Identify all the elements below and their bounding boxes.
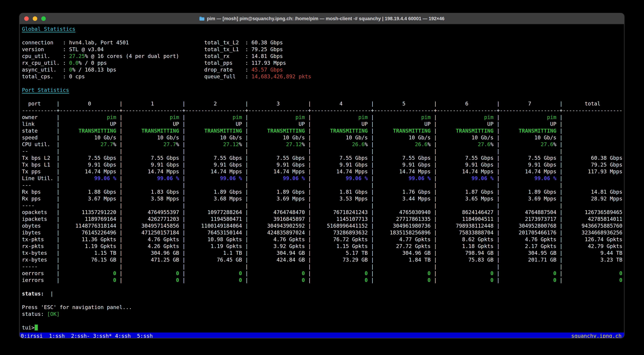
global-stat-line: total_cps. : 0 cps queue_full : 14,683,4… xyxy=(22,73,622,80)
port-row-rx-bytes: rx-bytes | 76.15 GB | 471.25 GB | 76.45 … xyxy=(22,256,622,263)
port-row-rx-pkts: rx-pkts | 1.19 Gpkts | 4.26 Gpkts | 1.19… xyxy=(22,243,622,250)
status-ok-line: status: [OK] xyxy=(22,310,622,318)
terminal[interactable]: Global Statisticsconnection : hvn4.lab, … xyxy=(20,24,624,338)
folder-icon xyxy=(199,16,205,21)
port-row-rx-bps: Rx bps | 1.88 Gbps | 1.83 Gbps | 1.89 Gb… xyxy=(22,188,622,195)
port-row-oerrors: oerrors | 0 | 0 | 0 | 0 | 0 | 0 | 0 | 0 … xyxy=(22,270,622,277)
port-row-ipackets: ipackets | 1189769164 | 4262771203 | 119… xyxy=(22,216,622,222)
port-row-ibytes: ibytes | 76145226496 | 471250157184 | 76… xyxy=(22,229,622,236)
port-statistics-heading: Port Statistics xyxy=(22,87,622,94)
port-row-speed: speed | 10 Gb/s | 10 Gb/s | 10 Gb/s | 10… xyxy=(22,134,622,141)
port-row-rx-pps: Rx pps | 3.67 Mpps | 3.58 Mpps | 3.68 Mp… xyxy=(22,195,622,202)
blank-line xyxy=(22,94,622,100)
press-esc-hint: Press 'ESC' for navigation panel... xyxy=(22,304,622,310)
command-prompt-line[interactable]: tui> xyxy=(22,324,622,331)
port-row-tx-pkts: tx-pkts | 11.36 Gpkts | 4.76 Gpkts | 10.… xyxy=(22,236,622,243)
port-row-tx-bytes: tx-bytes | 1.15 TB | 304.96 GB | 1.1 TB … xyxy=(22,250,622,256)
port-row-cpu-util-: CPU util. | 27.7% | 27.7% | 27.12% | 27.… xyxy=(22,141,622,148)
global-stat-line: rx_cpu_util. : 0.0% / 0 pps total_pps : … xyxy=(22,60,622,66)
terminal-output: Global Statisticsconnection : hvn4.lab, … xyxy=(22,26,622,331)
global-stat-line: version : STL @ v3.04 total_tx_L1 : 79.2… xyxy=(22,46,622,53)
blank-line xyxy=(22,32,622,39)
blank-line xyxy=(22,284,622,290)
port-table-header: port | 0 | 1 | 2 | 3 | 4 | 5 | 6 | 7 | t… xyxy=(22,100,622,107)
blank-line xyxy=(22,297,622,304)
close-button[interactable] xyxy=(24,16,29,21)
blank-line xyxy=(22,318,622,324)
port-table-separator: --- | | | | | | | | | xyxy=(22,182,622,188)
global-stat-line: async_util. : 0% / 168.13 bps drop_rate … xyxy=(22,66,622,73)
port-table-separator: -- | | | | | | | | | xyxy=(22,148,622,154)
port-table-separator: ----- | | | | | | | | | xyxy=(22,263,622,270)
screen-hostname: squanchy.ipng.ch xyxy=(571,332,622,338)
screen-status-bar: 0:irssi 1:ssh 2:ssh- 3:ssh* 4:ssh 5:ssh … xyxy=(20,332,624,338)
window-title-area: pim — [mosh] pim@squanchy.ipng.ch: /home… xyxy=(20,14,624,24)
global-stat-line: connection : hvn4.lab, Port 4501 total_t… xyxy=(22,39,622,46)
zoom-button[interactable] xyxy=(41,16,46,21)
terminal-window: pim — [mosh] pim@squanchy.ipng.ch: /home… xyxy=(19,13,624,338)
port-row-tx-bps-l1: Tx bps L1 | 9.91 Gbps | 9.91 Gbps | 9.91… xyxy=(22,161,622,168)
global-statistics-heading: Global Statistics xyxy=(22,26,622,32)
window-title: pim — [mosh] pim@squanchy.ipng.ch: /home… xyxy=(207,16,444,22)
window-titlebar: pim — [mosh] pim@squanchy.ipng.ch: /home… xyxy=(20,14,624,24)
traffic-lights xyxy=(24,16,46,21)
port-row-ierrors: ierrors | 0 | 0 | 0 | 0 | 0 | 0 | 0 | 0 … xyxy=(22,277,622,284)
port-row-owner: owner | pim | pim | pim | pim | pim | pi… xyxy=(22,114,622,120)
port-row-state: state | TRANSMITTING | TRANSMITTING | TR… xyxy=(22,128,622,134)
desktop: { "window": { "title": "pim — [mosh] pim… xyxy=(0,0,644,355)
port-row-line-util-: Line Util. | 99.06 % | 99.06 % | 99.06 %… xyxy=(22,175,622,182)
screen-window-list: 0:irssi 1:ssh 2:ssh- 3:ssh* 4:ssh 5:ssh xyxy=(21,332,153,338)
port-row-link: link | UP | UP | UP | UP | UP | UP | UP … xyxy=(22,120,622,128)
blank-line xyxy=(22,80,622,87)
port-table-divider: -----------+-------------------+--------… xyxy=(22,107,622,114)
global-stat-line: cpu_util. : 27.25% @ 16 cores (4 per dua… xyxy=(22,53,622,60)
terminal-cursor xyxy=(35,324,38,330)
port-row-tx-pps: Tx pps | 14.74 Mpps | 14.74 Mpps | 14.74… xyxy=(22,168,622,175)
port-row-obytes: obytes | 1148776318144 | 304957145856 | … xyxy=(22,222,622,229)
status-spinner-line: status: | xyxy=(22,290,622,297)
port-row-opackets: opackets | 11357291220 | 4764955397 | 10… xyxy=(22,209,622,216)
minimize-button[interactable] xyxy=(33,16,37,21)
port-table-separator: ---- | | | | | | | | | xyxy=(22,202,622,209)
port-row-tx-bps-l2: Tx bps L2 | 7.55 Gbps | 7.55 Gbps | 7.55… xyxy=(22,154,622,161)
